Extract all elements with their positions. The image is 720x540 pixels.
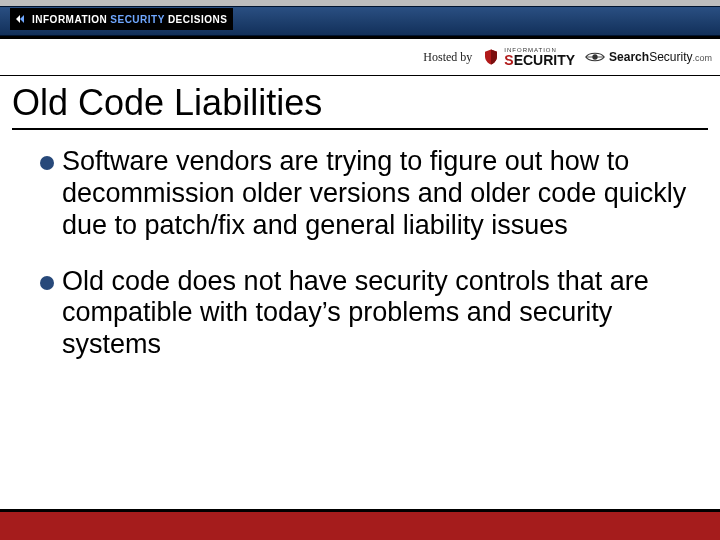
host-searchsecurity-text: SearchSecurity.com bbox=[609, 50, 712, 64]
brand-box: INFORMATION SECURITY DECISIONS bbox=[10, 8, 233, 30]
bullet-item: Software vendors are trying to figure ou… bbox=[40, 146, 708, 242]
bullet-list: Software vendors are trying to figure ou… bbox=[12, 146, 708, 361]
svg-marker-0 bbox=[16, 15, 20, 23]
hosts-area: Hosted by INFORMATION SECURITY SearchSec bbox=[423, 44, 712, 70]
slide-content: Old Code Liabilities Software vendors ar… bbox=[0, 78, 720, 509]
hosted-by-label: Hosted by bbox=[423, 50, 472, 65]
title-underline bbox=[12, 128, 708, 130]
eye-icon bbox=[585, 51, 605, 63]
brand-word-3: DECISIONS bbox=[168, 14, 228, 25]
slide: INFORMATION SECURITY DECISIONS Hosted by… bbox=[0, 0, 720, 540]
bullet-item: Old code does not have security controls… bbox=[40, 266, 708, 362]
slide-title: Old Code Liabilities bbox=[12, 82, 708, 124]
host-logo-security: INFORMATION SECURITY bbox=[482, 47, 575, 67]
slide-header: INFORMATION SECURITY DECISIONS Hosted by… bbox=[0, 0, 720, 78]
brand-arrows-icon bbox=[16, 13, 28, 25]
host-security-big: SECURITY bbox=[504, 53, 575, 67]
host-security-text: INFORMATION SECURITY bbox=[504, 47, 575, 67]
brand-word-1: INFORMATION bbox=[32, 14, 107, 25]
slide-footer-bar bbox=[0, 509, 720, 540]
host-logo-searchsecurity: SearchSecurity.com bbox=[585, 50, 712, 64]
svg-marker-1 bbox=[20, 15, 24, 23]
brand-word-2: SECURITY bbox=[110, 14, 165, 25]
shield-icon bbox=[482, 48, 500, 66]
